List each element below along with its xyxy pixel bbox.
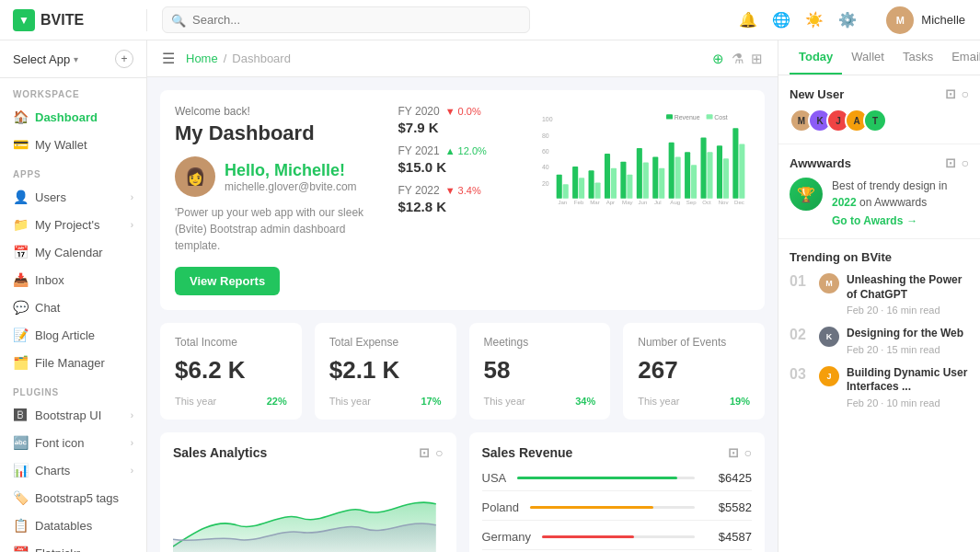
stat-value: 267 bbox=[638, 356, 750, 385]
revenue-row-poland: Poland $5582 bbox=[482, 500, 753, 521]
globe-icon[interactable]: 🌐 bbox=[772, 11, 790, 29]
trend-avatar-2: K bbox=[819, 327, 839, 347]
svg-text:100: 100 bbox=[542, 116, 553, 122]
logo: ▼ BVITE bbox=[0, 9, 147, 31]
inbox-icon: 📥 bbox=[13, 272, 28, 287]
sidebar-item-fonticon[interactable]: 🔤 Font icon › bbox=[0, 429, 146, 456]
close-icon[interactable]: ○ bbox=[962, 86, 969, 101]
chevron-right-icon: › bbox=[131, 220, 133, 230]
svg-text:Dec: Dec bbox=[734, 199, 744, 205]
expand-icon[interactable]: ⊡ bbox=[945, 155, 956, 170]
sidebar-item-bootstrap[interactable]: 🅱 Bootstrap UI › bbox=[0, 401, 146, 429]
sidebar-item-projects[interactable]: 📁 My Project's › bbox=[0, 211, 146, 238]
search-input[interactable] bbox=[162, 6, 530, 33]
dashboard-content: Welcome back! My Dashboard 👩 Hello, Mich… bbox=[147, 77, 778, 552]
breadcrumb-home[interactable]: Home bbox=[186, 52, 218, 65]
new-user-section: New User ⊡ ○ M K J A T bbox=[778, 75, 980, 144]
logo-icon: ▼ bbox=[13, 9, 35, 31]
award-link[interactable]: Go to Awards → bbox=[832, 214, 969, 227]
welcome-tag: Welcome back! bbox=[175, 105, 384, 118]
tab-emails[interactable]: Emails bbox=[942, 40, 980, 75]
trending-title: Trending on BVite bbox=[790, 250, 969, 264]
svg-rect-41 bbox=[666, 114, 673, 119]
sidebar-item-label: Charts bbox=[35, 464, 70, 477]
card-title: Sales Analytics ⊡ ○ bbox=[173, 445, 444, 460]
trend-meta: Feb 20 · 16 min read bbox=[847, 305, 969, 316]
expand-icon[interactable]: ⊡ bbox=[945, 86, 956, 101]
view-reports-button[interactable]: View Reports bbox=[175, 267, 280, 295]
close-icon[interactable]: ○ bbox=[962, 155, 969, 170]
sidebar-item-calendar[interactable]: 📅 My Calendar bbox=[0, 238, 146, 266]
bar-chart: 100 80 60 40 20 bbox=[542, 105, 751, 215]
stat-badge: 17% bbox=[421, 396, 441, 407]
layout-icon[interactable]: ⊞ bbox=[751, 51, 763, 67]
close-icon[interactable]: ○ bbox=[435, 445, 443, 460]
wallet-icon: 💳 bbox=[13, 137, 28, 152]
fy-2020-amount: $7.9 K bbox=[398, 120, 527, 135]
sidebar-item-label: Bootstrap UI bbox=[35, 408, 101, 422]
stat-value: $2.1 K bbox=[329, 356, 442, 385]
revenue-row-usa: USA $6425 bbox=[482, 471, 753, 491]
bell-icon[interactable]: 🔔 bbox=[739, 11, 757, 29]
sidebar-toggle-icon[interactable]: ☰ bbox=[162, 50, 175, 67]
svg-text:Aug: Aug bbox=[670, 199, 680, 205]
add-app-button[interactable]: + bbox=[115, 50, 133, 68]
sidebar-item-users[interactable]: 👤 Users › bbox=[0, 183, 146, 211]
charts-icon: 📊 bbox=[13, 463, 28, 477]
close-icon[interactable]: ○ bbox=[744, 445, 752, 460]
tab-wallet[interactable]: Wallet bbox=[842, 40, 894, 75]
sidebar-item-bootstrap5[interactable]: 🏷️ Bootstrap5 tags bbox=[0, 484, 146, 512]
sidebar-item-datatables[interactable]: 📋 Datatables bbox=[0, 512, 146, 539]
sidebar-item-filemanager[interactable]: 🗂️ File Manager bbox=[0, 349, 146, 376]
header-action-icons: ⊕ ⚗ ⊞ bbox=[712, 51, 763, 67]
trend-article-title: Unleashing the Power of ChatGPT bbox=[847, 273, 969, 302]
sidebar-item-label: Flatpickr bbox=[35, 546, 80, 553]
sidebar-item-wallet[interactable]: 💳 My Wallet bbox=[0, 131, 146, 158]
tab-tasks[interactable]: Tasks bbox=[894, 40, 942, 75]
sidebar-item-blog[interactable]: 📝 Blog Article bbox=[0, 321, 146, 349]
fy-stats: FY 2020 ▼ 0.0% $7.9 K FY 2021 ▲ 12.0% $1… bbox=[398, 105, 527, 214]
svg-text:Mar: Mar bbox=[590, 199, 599, 205]
chevron-right-icon: › bbox=[131, 192, 133, 202]
tab-today[interactable]: Today bbox=[790, 40, 842, 75]
svg-text:Jan: Jan bbox=[558, 199, 567, 205]
select-app-row: Select App ▾ + bbox=[0, 40, 146, 78]
revenue-card-icons: ⊡ ○ bbox=[728, 445, 752, 460]
analytics-title: Sales Analytics bbox=[173, 445, 267, 460]
plugins-section-label: PLUGINS bbox=[0, 376, 146, 401]
stat-value: 58 bbox=[484, 356, 596, 385]
fy-2021-label: FY 2021 ▲ 12.0% bbox=[398, 144, 527, 157]
new-user-label: New User bbox=[790, 87, 844, 101]
svg-text:40: 40 bbox=[542, 164, 549, 170]
award-link-text: Go to Awards bbox=[832, 214, 903, 227]
expand-icon[interactable]: ⊡ bbox=[728, 445, 739, 460]
logo-text: BVITE bbox=[40, 12, 84, 29]
expand-icon[interactable]: ⊡ bbox=[419, 445, 430, 460]
trend-item-2: 02 K Designing for the Web Feb 20 · 15 m… bbox=[790, 327, 969, 355]
select-app-arrow: ▾ bbox=[74, 54, 78, 64]
sidebar-item-dashboard[interactable]: 🏠 Dashboard bbox=[0, 103, 146, 131]
flatpickr-icon: 📆 bbox=[13, 546, 28, 552]
sidebar-item-label: My Project's bbox=[35, 218, 99, 232]
user-menu[interactable]: M Michelle bbox=[871, 6, 980, 34]
fy-row-2: FY 2021 ▲ 12.0% $15.0 K bbox=[398, 144, 527, 175]
trend-avatar-1: M bbox=[819, 273, 839, 293]
sidebar-item-charts[interactable]: 📊 Charts › bbox=[0, 456, 146, 484]
sidebar-item-flatpickr[interactable]: 📆 Flatpickr bbox=[0, 539, 146, 552]
fy-2022-label: FY 2022 ▼ 3.4% bbox=[398, 184, 527, 197]
select-app-button[interactable]: Select App ▾ bbox=[13, 52, 78, 66]
add-icon[interactable]: ⊕ bbox=[712, 51, 724, 67]
welcome-user-row: 👩 Hello, Michelle! michelle.glover@bvite… bbox=[175, 156, 384, 197]
sidebar-item-label: Users bbox=[35, 190, 66, 204]
trend-num: 03 bbox=[790, 366, 812, 383]
settings-icon[interactable]: ⚙️ bbox=[838, 11, 857, 29]
sun-icon[interactable]: ☀️ bbox=[805, 11, 824, 29]
sidebar-item-chat[interactable]: 💬 Chat bbox=[0, 293, 146, 321]
welcome-desc: 'Power up your web app with our sleek (B… bbox=[175, 204, 377, 254]
sidebar-item-inbox[interactable]: 📥 Inbox bbox=[0, 266, 146, 293]
welcome-name: Hello, Michelle! bbox=[225, 161, 357, 180]
filter-icon[interactable]: ⚗ bbox=[732, 51, 744, 67]
svg-text:Revenue: Revenue bbox=[674, 114, 699, 121]
sidebar-item-label: My Calendar bbox=[35, 246, 103, 259]
main-header: ☰ Home / Dashboard ⊕ ⚗ ⊞ bbox=[147, 40, 778, 77]
